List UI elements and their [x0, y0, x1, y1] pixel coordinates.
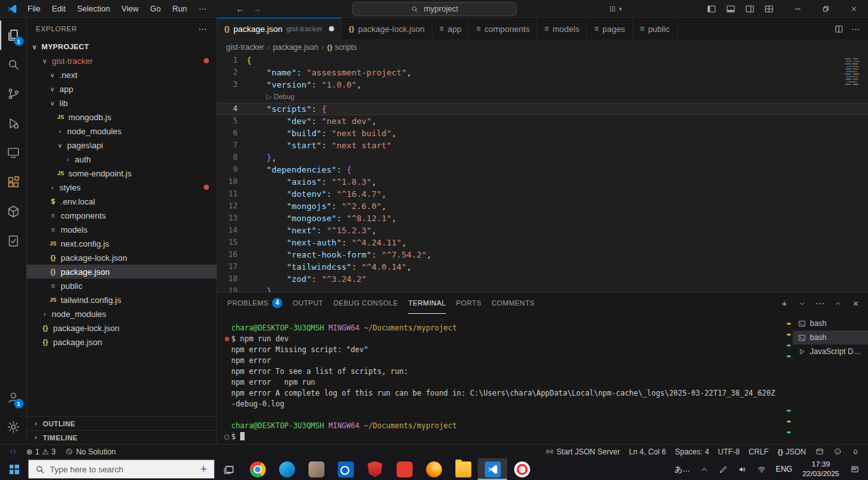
testing-icon[interactable]: [0, 226, 27, 256]
tree-item-tailwind-config-js[interactable]: JStailwind.config.js: [27, 293, 217, 307]
taskbar-app-file-explorer[interactable]: [448, 458, 478, 480]
toggle-panel-icon[interactable]: [721, 0, 740, 18]
maximize-panel-icon[interactable]: [832, 298, 844, 309]
taskbar-app-shield[interactable]: [360, 458, 390, 480]
tree-item-package-lock-json[interactable]: {}package-lock.json: [27, 321, 217, 335]
tab-package-lock-json[interactable]: {}package-lock.json: [342, 18, 432, 40]
status-no-solution[interactable]: No Solution: [60, 445, 120, 458]
tree-item-package-json[interactable]: {}package.json: [27, 335, 217, 349]
tree-item-package-json[interactable]: {}package.json: [27, 265, 217, 279]
menu-go[interactable]: Go: [144, 0, 167, 17]
menu-edit[interactable]: Edit: [46, 0, 72, 17]
tree-item-app[interactable]: ∨app: [27, 82, 217, 96]
code-line-1[interactable]: 1{: [217, 54, 868, 66]
tab-components[interactable]: ≡components: [469, 18, 537, 40]
taskbar-app-app-red[interactable]: [390, 458, 419, 480]
terminal-output[interactable]: chara@DESKTOP-3U3QMSH MINGW64 ~/Document…: [217, 314, 785, 444]
taskbar-app-opera[interactable]: [507, 458, 537, 480]
tree-item-components[interactable]: ≡components: [27, 208, 217, 222]
titlebar-extra-icon[interactable]: ▾: [608, 3, 622, 15]
taskbar-app-edge[interactable]: [272, 458, 301, 480]
restore-button[interactable]: [812, 0, 840, 18]
status-problems[interactable]: ⊗1⚠3: [22, 445, 60, 458]
more-actions-icon[interactable]: ⋯: [851, 24, 860, 34]
source-control-icon[interactable]: [0, 79, 27, 109]
status-indentation[interactable]: Spaces: 4: [671, 445, 713, 458]
start-button[interactable]: [0, 458, 28, 480]
command-center-search[interactable]: myproject: [352, 2, 517, 16]
cube-extension-icon[interactable]: [0, 197, 27, 226]
tree-item-next-config-js[interactable]: JSnext.config.js: [27, 236, 217, 251]
breadcrumb-scripts[interactable]: {}scripts: [327, 43, 357, 52]
tray-network[interactable]: [752, 458, 771, 480]
code-line-18[interactable]: 18 "zod": "^3.24.2": [217, 273, 868, 285]
panel-tab-ports[interactable]: PORTS: [456, 293, 482, 314]
code-line-11[interactable]: 11 "dotenv": "^16.4.7",: [217, 188, 868, 200]
code-line-16[interactable]: 16 "react-hook-form": "^7.54.2",: [217, 249, 868, 261]
tab-models[interactable]: ≡models: [537, 18, 587, 40]
section-outline[interactable]: ›OUTLINE: [27, 416, 217, 430]
tree-item-package-lock-json[interactable]: {}package-lock.json: [27, 251, 217, 265]
settings-icon[interactable]: [0, 412, 27, 442]
tray-clock[interactable]: 17:3922/03/2025: [796, 458, 845, 480]
taskbar-app-firefox[interactable]: [419, 458, 448, 480]
code-line-5[interactable]: 5 "dev": "next dev",: [217, 115, 868, 127]
codelens[interactable]: ▷ Debug: [217, 91, 868, 103]
taskbar-app-app-gray[interactable]: [301, 458, 331, 480]
menu-selection[interactable]: Selection: [72, 0, 116, 17]
status-start-json-server[interactable]: Start JSON Server: [540, 445, 624, 458]
tray-language[interactable]: ENG: [771, 458, 796, 480]
section-timeline[interactable]: ›TIMELINE: [27, 430, 217, 444]
tree-item-node-modules[interactable]: ›node_modules: [27, 307, 217, 321]
terminal-tab-bash[interactable]: bash: [793, 316, 868, 330]
tab-package-json[interactable]: {}package.jsongist-tracker: [217, 18, 342, 40]
more-actions-icon[interactable]: ⋯: [198, 24, 208, 34]
tree-item-env-local[interactable]: $.env.local: [27, 194, 217, 208]
tray-ime[interactable]: あ…: [670, 458, 694, 480]
tree-item-gist-tracker[interactable]: ∨gist-tracker: [27, 54, 217, 68]
taskbar-app-vscode[interactable]: [478, 458, 507, 480]
status-ports[interactable]: [811, 445, 828, 458]
search-icon[interactable]: [0, 50, 27, 79]
new-terminal-icon[interactable]: +: [779, 298, 790, 309]
panel-tab-output[interactable]: OUTPUT: [293, 293, 323, 314]
code-line-10[interactable]: 10 "axios": "^1.8.3",: [217, 176, 868, 188]
terminal-tab-javascript-d[interactable]: JavaScript D…: [793, 345, 868, 359]
more-actions-icon[interactable]: ⋯: [814, 298, 826, 309]
tab-pages[interactable]: ≡pages: [587, 18, 632, 40]
launch-profile-icon[interactable]: [796, 298, 808, 309]
nav-back-icon[interactable]: ←: [232, 0, 248, 18]
status-cursor-position[interactable]: Ln 4, Col 6: [625, 445, 671, 458]
breadcrumb-package-json[interactable]: package.json: [273, 43, 318, 52]
close-panel-icon[interactable]: ×: [850, 298, 862, 309]
code-line-17[interactable]: 17 "tailwindcss": "^4.0.14",: [217, 261, 868, 273]
code-line-13[interactable]: 13 "mongoose": "^8.12.1",: [217, 212, 868, 224]
code-editor[interactable]: 1{2 "name": "assessment-project",3 "vers…: [217, 54, 868, 292]
toggle-primary-sidebar-icon[interactable]: [702, 0, 721, 18]
taskbar-app-outlook[interactable]: [331, 458, 360, 480]
status-language-mode[interactable]: {}JSON: [773, 445, 811, 458]
panel-tab-problems[interactable]: PROBLEMS4: [227, 293, 282, 314]
tray-volume[interactable]: [733, 458, 752, 480]
code-line-19[interactable]: 19 }: [217, 285, 868, 292]
tab-app[interactable]: ≡app: [432, 18, 469, 40]
code-line-3[interactable]: 3 "version": "1.0.0",: [217, 79, 868, 91]
tree-item-node-modules[interactable]: ›node_modules: [27, 124, 217, 138]
code-line-15[interactable]: 15 "next-auth": "^4.24.11",: [217, 236, 868, 249]
terminal-tab-bash[interactable]: bash: [793, 330, 868, 345]
taskbar-app-chrome[interactable]: [243, 458, 272, 480]
tab-public[interactable]: ≡public: [633, 18, 678, 40]
nav-forward-icon[interactable]: →: [249, 0, 264, 18]
code-line-9[interactable]: 9 "dependencies": {: [217, 164, 868, 176]
status-remote[interactable]: [4, 445, 22, 458]
minimap[interactable]: [844, 57, 863, 95]
status-feedback[interactable]: [828, 445, 846, 458]
menu-view[interactable]: View: [116, 0, 144, 17]
explorer-icon[interactable]: 1: [0, 20, 27, 50]
status-notifications[interactable]: [846, 445, 864, 458]
breadcrumb-gist-tracker[interactable]: gist-tracker: [226, 43, 264, 52]
extensions-icon[interactable]: [0, 167, 27, 197]
tree-item-styles[interactable]: ›styles: [27, 180, 217, 194]
minimize-button[interactable]: [784, 0, 812, 18]
tree-item-public[interactable]: ≡public: [27, 279, 217, 293]
